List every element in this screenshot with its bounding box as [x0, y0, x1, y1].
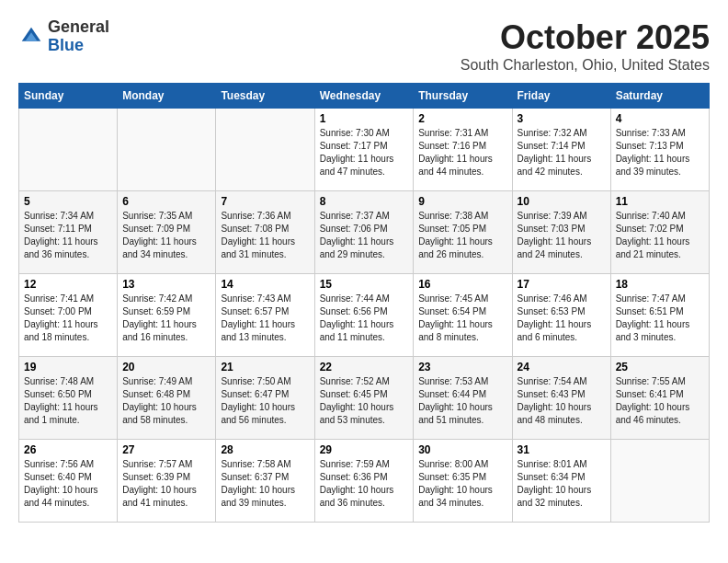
day-number: 14	[221, 278, 309, 291]
calendar-cell: 3Sunrise: 7:32 AM Sunset: 7:14 PM Daylig…	[512, 109, 610, 191]
calendar-cell: 24Sunrise: 7:54 AM Sunset: 6:43 PM Dayli…	[512, 357, 610, 440]
calendar-cell: 26Sunrise: 7:56 AM Sunset: 6:40 PM Dayli…	[19, 440, 118, 523]
day-info: Sunrise: 7:40 AM Sunset: 7:02 PM Dayligh…	[616, 210, 704, 261]
day-number: 11	[616, 195, 704, 208]
day-number: 23	[418, 361, 506, 373]
title-block: October 2025 South Charleston, Ohio, Uni…	[461, 18, 710, 74]
day-info: Sunrise: 7:56 AM Sunset: 6:40 PM Dayligh…	[24, 458, 112, 510]
day-info: Sunrise: 7:37 AM Sunset: 7:06 PM Dayligh…	[320, 210, 409, 261]
day-number: 10	[518, 195, 606, 208]
day-info: Sunrise: 7:53 AM Sunset: 6:44 PM Dayligh…	[418, 375, 506, 427]
day-number: 21	[221, 361, 309, 373]
calendar-cell: 18Sunrise: 7:47 AM Sunset: 6:51 PM Dayli…	[610, 274, 709, 357]
col-header-saturday: Saturday	[610, 84, 709, 109]
logo-icon	[18, 24, 44, 50]
week-row-1: 1Sunrise: 7:30 AM Sunset: 7:17 PM Daylig…	[19, 109, 710, 191]
day-number: 3	[518, 112, 606, 125]
calendar-cell	[19, 109, 118, 191]
week-row-4: 19Sunrise: 7:48 AM Sunset: 6:50 PM Dayli…	[19, 357, 710, 440]
day-number: 24	[518, 361, 606, 373]
logo-text: General Blue	[48, 18, 109, 55]
day-number: 9	[418, 195, 506, 208]
day-number: 6	[122, 195, 210, 208]
day-info: Sunrise: 8:01 AM Sunset: 6:34 PM Dayligh…	[518, 458, 606, 510]
col-header-sunday: Sunday	[19, 84, 118, 109]
day-info: Sunrise: 7:50 AM Sunset: 6:47 PM Dayligh…	[221, 375, 309, 427]
day-info: Sunrise: 7:34 AM Sunset: 7:11 PM Dayligh…	[24, 210, 112, 261]
day-info: Sunrise: 7:38 AM Sunset: 7:05 PM Dayligh…	[418, 210, 506, 261]
month-title: October 2025	[461, 18, 710, 57]
day-number: 2	[418, 112, 506, 125]
day-number: 19	[24, 361, 112, 373]
calendar-cell: 2Sunrise: 7:31 AM Sunset: 7:16 PM Daylig…	[414, 109, 512, 191]
day-info: Sunrise: 7:57 AM Sunset: 6:39 PM Dayligh…	[122, 458, 210, 510]
calendar-cell: 17Sunrise: 7:46 AM Sunset: 6:53 PM Dayli…	[512, 274, 610, 357]
calendar-cell: 25Sunrise: 7:55 AM Sunset: 6:41 PM Dayli…	[610, 357, 709, 440]
day-info: Sunrise: 7:42 AM Sunset: 6:59 PM Dayligh…	[122, 293, 210, 344]
week-row-2: 5Sunrise: 7:34 AM Sunset: 7:11 PM Daylig…	[19, 191, 710, 274]
calendar-cell: 21Sunrise: 7:50 AM Sunset: 6:47 PM Dayli…	[216, 357, 314, 440]
day-info: Sunrise: 7:39 AM Sunset: 7:03 PM Dayligh…	[518, 210, 606, 261]
day-info: Sunrise: 7:45 AM Sunset: 6:54 PM Dayligh…	[418, 293, 506, 344]
day-info: Sunrise: 7:59 AM Sunset: 6:36 PM Dayligh…	[320, 458, 409, 510]
day-info: Sunrise: 7:35 AM Sunset: 7:09 PM Dayligh…	[122, 210, 210, 261]
location-subtitle: South Charleston, Ohio, United States	[461, 57, 710, 74]
col-header-monday: Monday	[118, 84, 216, 109]
calendar-cell	[610, 440, 709, 523]
calendar-cell: 9Sunrise: 7:38 AM Sunset: 7:05 PM Daylig…	[414, 191, 512, 274]
day-info: Sunrise: 7:47 AM Sunset: 6:51 PM Dayligh…	[616, 293, 704, 344]
day-number: 20	[122, 361, 210, 373]
day-info: Sunrise: 7:52 AM Sunset: 6:45 PM Dayligh…	[320, 375, 409, 427]
week-row-3: 12Sunrise: 7:41 AM Sunset: 7:00 PM Dayli…	[19, 274, 710, 357]
calendar-cell: 15Sunrise: 7:44 AM Sunset: 6:56 PM Dayli…	[314, 274, 414, 357]
calendar-cell: 8Sunrise: 7:37 AM Sunset: 7:06 PM Daylig…	[314, 191, 414, 274]
day-number: 31	[518, 443, 606, 456]
calendar-cell: 30Sunrise: 8:00 AM Sunset: 6:35 PM Dayli…	[414, 440, 512, 523]
day-number: 5	[24, 195, 112, 208]
day-number: 17	[518, 278, 606, 291]
day-info: Sunrise: 7:48 AM Sunset: 6:50 PM Dayligh…	[24, 375, 112, 427]
day-info: Sunrise: 7:49 AM Sunset: 6:48 PM Dayligh…	[122, 375, 210, 427]
calendar-cell: 1Sunrise: 7:30 AM Sunset: 7:17 PM Daylig…	[314, 109, 414, 191]
calendar-cell	[216, 109, 314, 191]
day-number: 1	[320, 112, 409, 125]
calendar-cell	[118, 109, 216, 191]
calendar-cell: 5Sunrise: 7:34 AM Sunset: 7:11 PM Daylig…	[19, 191, 118, 274]
calendar-cell: 31Sunrise: 8:01 AM Sunset: 6:34 PM Dayli…	[512, 440, 610, 523]
day-number: 22	[320, 361, 409, 373]
day-number: 29	[320, 443, 409, 456]
col-header-tuesday: Tuesday	[216, 84, 314, 109]
day-info: Sunrise: 7:41 AM Sunset: 7:00 PM Dayligh…	[24, 293, 112, 344]
calendar-cell: 12Sunrise: 7:41 AM Sunset: 7:00 PM Dayli…	[19, 274, 118, 357]
day-number: 28	[221, 443, 309, 456]
calendar-cell: 27Sunrise: 7:57 AM Sunset: 6:39 PM Dayli…	[118, 440, 216, 523]
day-number: 25	[616, 361, 704, 373]
day-number: 26	[24, 443, 112, 456]
day-info: Sunrise: 7:32 AM Sunset: 7:14 PM Dayligh…	[518, 127, 606, 178]
calendar-cell: 13Sunrise: 7:42 AM Sunset: 6:59 PM Dayli…	[118, 274, 216, 357]
day-number: 30	[418, 443, 506, 456]
day-info: Sunrise: 7:54 AM Sunset: 6:43 PM Dayligh…	[518, 375, 606, 427]
calendar-cell: 14Sunrise: 7:43 AM Sunset: 6:57 PM Dayli…	[216, 274, 314, 357]
calendar-cell: 22Sunrise: 7:52 AM Sunset: 6:45 PM Dayli…	[314, 357, 414, 440]
day-info: Sunrise: 7:44 AM Sunset: 6:56 PM Dayligh…	[320, 293, 409, 344]
calendar-table: SundayMondayTuesdayWednesdayThursdayFrid…	[18, 83, 710, 523]
calendar-cell: 16Sunrise: 7:45 AM Sunset: 6:54 PM Dayli…	[414, 274, 512, 357]
calendar-cell: 6Sunrise: 7:35 AM Sunset: 7:09 PM Daylig…	[118, 191, 216, 274]
day-info: Sunrise: 8:00 AM Sunset: 6:35 PM Dayligh…	[418, 458, 506, 510]
day-number: 27	[122, 443, 210, 456]
day-number: 15	[320, 278, 409, 291]
day-info: Sunrise: 7:31 AM Sunset: 7:16 PM Dayligh…	[418, 127, 506, 178]
calendar-cell: 19Sunrise: 7:48 AM Sunset: 6:50 PM Dayli…	[19, 357, 118, 440]
day-info: Sunrise: 7:30 AM Sunset: 7:17 PM Dayligh…	[320, 127, 409, 178]
day-number: 18	[616, 278, 704, 291]
calendar-cell: 11Sunrise: 7:40 AM Sunset: 7:02 PM Dayli…	[610, 191, 709, 274]
day-number: 16	[418, 278, 506, 291]
calendar-cell: 23Sunrise: 7:53 AM Sunset: 6:44 PM Dayli…	[414, 357, 512, 440]
day-info: Sunrise: 7:58 AM Sunset: 6:37 PM Dayligh…	[221, 458, 309, 510]
page-header: General Blue October 2025 South Charlest…	[18, 18, 710, 74]
day-info: Sunrise: 7:36 AM Sunset: 7:08 PM Dayligh…	[221, 210, 309, 261]
day-info: Sunrise: 7:33 AM Sunset: 7:13 PM Dayligh…	[616, 127, 704, 178]
logo: General Blue	[18, 18, 109, 55]
day-info: Sunrise: 7:46 AM Sunset: 6:53 PM Dayligh…	[518, 293, 606, 344]
